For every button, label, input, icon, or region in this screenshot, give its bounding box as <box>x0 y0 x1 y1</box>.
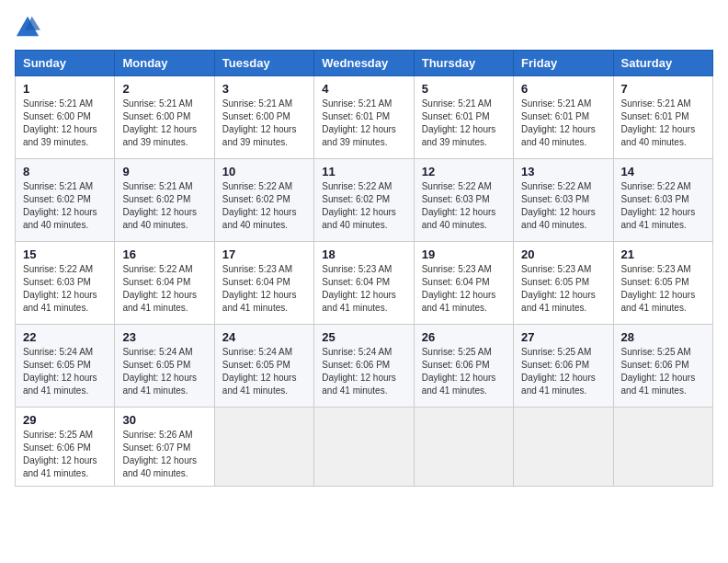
calendar-cell: 13 Sunrise: 5:22 AM Sunset: 6:03 PM Dayl… <box>514 159 613 242</box>
calendar-cell <box>214 408 313 487</box>
day-number: 5 <box>422 82 506 96</box>
calendar-cell: 19 Sunrise: 5:23 AM Sunset: 6:04 PM Dayl… <box>414 242 513 325</box>
calendar-week-row: 8 Sunrise: 5:21 AM Sunset: 6:02 PM Dayli… <box>16 159 713 242</box>
day-number: 15 <box>23 247 107 261</box>
calendar-cell: 5 Sunrise: 5:21 AM Sunset: 6:01 PM Dayli… <box>414 76 513 159</box>
calendar-cell: 28 Sunrise: 5:25 AM Sunset: 6:06 PM Dayl… <box>613 325 712 408</box>
day-number: 25 <box>322 330 405 344</box>
day-info: Sunrise: 5:21 AM Sunset: 6:01 PM Dayligh… <box>322 98 405 149</box>
header-thursday: Thursday <box>414 51 513 76</box>
day-number: 4 <box>322 82 405 96</box>
calendar-cell: 17 Sunrise: 5:23 AM Sunset: 6:04 PM Dayl… <box>214 242 313 325</box>
calendar-cell: 26 Sunrise: 5:25 AM Sunset: 6:06 PM Dayl… <box>414 325 513 408</box>
day-number: 22 <box>23 330 107 344</box>
calendar-cell: 11 Sunrise: 5:22 AM Sunset: 6:02 PM Dayl… <box>314 159 414 242</box>
header-sunday: Sunday <box>16 51 115 76</box>
calendar-cell: 23 Sunrise: 5:24 AM Sunset: 6:05 PM Dayl… <box>115 325 214 408</box>
day-number: 9 <box>122 165 206 178</box>
calendar-cell: 4 Sunrise: 5:21 AM Sunset: 6:01 PM Dayli… <box>314 76 414 159</box>
calendar-cell: 6 Sunrise: 5:21 AM Sunset: 6:01 PM Dayli… <box>514 76 613 159</box>
calendar-cell <box>514 408 613 487</box>
day-number: 26 <box>422 330 506 344</box>
calendar-cell: 14 Sunrise: 5:22 AM Sunset: 6:03 PM Dayl… <box>613 159 712 242</box>
calendar-cell: 25 Sunrise: 5:24 AM Sunset: 6:06 PM Dayl… <box>314 325 414 408</box>
calendar-cell: 3 Sunrise: 5:21 AM Sunset: 6:00 PM Dayli… <box>214 76 313 159</box>
day-info: Sunrise: 5:22 AM Sunset: 6:03 PM Dayligh… <box>521 180 605 232</box>
day-info: Sunrise: 5:21 AM Sunset: 6:01 PM Dayligh… <box>621 98 705 149</box>
calendar-cell: 27 Sunrise: 5:25 AM Sunset: 6:06 PM Dayl… <box>514 325 613 408</box>
day-info: Sunrise: 5:21 AM Sunset: 6:02 PM Dayligh… <box>23 180 107 232</box>
day-info: Sunrise: 5:21 AM Sunset: 6:02 PM Dayligh… <box>122 180 206 232</box>
day-info: Sunrise: 5:23 AM Sunset: 6:04 PM Dayligh… <box>322 263 405 315</box>
calendar-cell: 29 Sunrise: 5:25 AM Sunset: 6:06 PM Dayl… <box>16 408 115 487</box>
calendar-cell: 22 Sunrise: 5:24 AM Sunset: 6:05 PM Dayl… <box>16 325 115 408</box>
calendar-cell <box>414 408 513 487</box>
calendar-week-row: 1 Sunrise: 5:21 AM Sunset: 6:00 PM Dayli… <box>16 76 713 159</box>
header-monday: Monday <box>115 51 214 76</box>
day-number: 1 <box>23 82 107 96</box>
day-number: 2 <box>122 82 206 96</box>
calendar-cell: 1 Sunrise: 5:21 AM Sunset: 6:00 PM Dayli… <box>16 76 115 159</box>
page-header <box>15 15 713 40</box>
day-number: 21 <box>621 247 705 261</box>
calendar-cell: 18 Sunrise: 5:23 AM Sunset: 6:04 PM Dayl… <box>314 242 414 325</box>
calendar-cell: 7 Sunrise: 5:21 AM Sunset: 6:01 PM Dayli… <box>613 76 712 159</box>
day-number: 30 <box>122 413 206 427</box>
day-number: 27 <box>521 330 605 344</box>
header-saturday: Saturday <box>613 51 712 76</box>
calendar-table: SundayMondayTuesdayWednesdayThursdayFrid… <box>15 50 713 487</box>
calendar-cell <box>613 408 712 487</box>
day-number: 28 <box>621 330 705 344</box>
logo-icon <box>15 15 40 40</box>
day-number: 10 <box>222 165 306 178</box>
day-info: Sunrise: 5:22 AM Sunset: 6:03 PM Dayligh… <box>422 180 506 232</box>
day-number: 13 <box>521 165 605 178</box>
calendar-header-row: SundayMondayTuesdayWednesdayThursdayFrid… <box>16 51 713 76</box>
day-info: Sunrise: 5:22 AM Sunset: 6:04 PM Dayligh… <box>122 263 206 315</box>
calendar-week-row: 29 Sunrise: 5:25 AM Sunset: 6:06 PM Dayl… <box>16 408 713 487</box>
calendar-cell: 12 Sunrise: 5:22 AM Sunset: 6:03 PM Dayl… <box>414 159 513 242</box>
day-info: Sunrise: 5:21 AM Sunset: 6:00 PM Dayligh… <box>23 98 107 149</box>
calendar-cell: 24 Sunrise: 5:24 AM Sunset: 6:05 PM Dayl… <box>214 325 313 408</box>
day-number: 11 <box>322 165 405 178</box>
day-number: 17 <box>222 247 306 261</box>
calendar-cell: 20 Sunrise: 5:23 AM Sunset: 6:05 PM Dayl… <box>514 242 613 325</box>
day-info: Sunrise: 5:25 AM Sunset: 6:06 PM Dayligh… <box>422 346 506 397</box>
calendar-cell: 15 Sunrise: 5:22 AM Sunset: 6:03 PM Dayl… <box>16 242 115 325</box>
day-info: Sunrise: 5:21 AM Sunset: 6:01 PM Dayligh… <box>422 98 506 149</box>
day-info: Sunrise: 5:21 AM Sunset: 6:00 PM Dayligh… <box>222 98 306 149</box>
day-number: 8 <box>23 165 107 178</box>
day-number: 23 <box>122 330 206 344</box>
day-number: 20 <box>521 247 605 261</box>
calendar-cell: 30 Sunrise: 5:26 AM Sunset: 6:07 PM Dayl… <box>115 408 214 487</box>
day-number: 16 <box>122 247 206 261</box>
header-wednesday: Wednesday <box>314 51 414 76</box>
day-info: Sunrise: 5:22 AM Sunset: 6:03 PM Dayligh… <box>23 263 107 315</box>
header-friday: Friday <box>514 51 613 76</box>
day-info: Sunrise: 5:24 AM Sunset: 6:05 PM Dayligh… <box>122 346 206 397</box>
day-info: Sunrise: 5:25 AM Sunset: 6:06 PM Dayligh… <box>23 429 107 480</box>
day-number: 18 <box>322 247 405 261</box>
day-number: 3 <box>222 82 306 96</box>
calendar-cell: 16 Sunrise: 5:22 AM Sunset: 6:04 PM Dayl… <box>115 242 214 325</box>
day-number: 6 <box>521 82 605 96</box>
day-number: 12 <box>422 165 506 178</box>
logo <box>15 15 44 40</box>
day-info: Sunrise: 5:23 AM Sunset: 6:05 PM Dayligh… <box>621 263 705 315</box>
day-info: Sunrise: 5:24 AM Sunset: 6:05 PM Dayligh… <box>23 346 107 397</box>
day-number: 29 <box>23 413 107 427</box>
day-info: Sunrise: 5:22 AM Sunset: 6:02 PM Dayligh… <box>322 180 405 232</box>
calendar-cell: 8 Sunrise: 5:21 AM Sunset: 6:02 PM Dayli… <box>16 159 115 242</box>
day-number: 19 <box>422 247 506 261</box>
day-info: Sunrise: 5:23 AM Sunset: 6:04 PM Dayligh… <box>422 263 506 315</box>
header-tuesday: Tuesday <box>214 51 313 76</box>
calendar-week-row: 22 Sunrise: 5:24 AM Sunset: 6:05 PM Dayl… <box>16 325 713 408</box>
day-number: 24 <box>222 330 306 344</box>
day-info: Sunrise: 5:22 AM Sunset: 6:02 PM Dayligh… <box>222 180 306 232</box>
day-number: 7 <box>621 82 705 96</box>
day-info: Sunrise: 5:22 AM Sunset: 6:03 PM Dayligh… <box>621 180 705 232</box>
calendar-cell: 10 Sunrise: 5:22 AM Sunset: 6:02 PM Dayl… <box>214 159 313 242</box>
day-info: Sunrise: 5:24 AM Sunset: 6:06 PM Dayligh… <box>322 346 405 397</box>
day-info: Sunrise: 5:23 AM Sunset: 6:04 PM Dayligh… <box>222 263 306 315</box>
day-info: Sunrise: 5:21 AM Sunset: 6:01 PM Dayligh… <box>521 98 605 149</box>
